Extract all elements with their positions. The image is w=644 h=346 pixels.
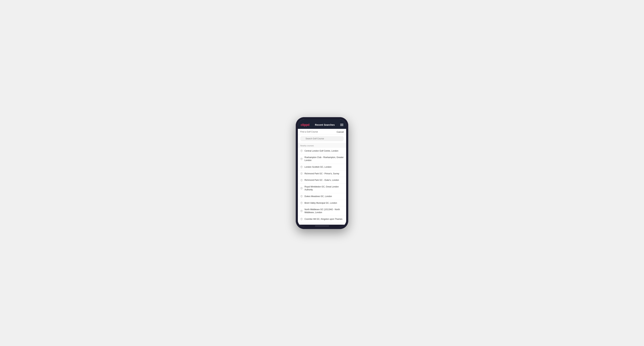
course-name: Coombe Hill GC, Kingston upon Thames bbox=[304, 218, 342, 221]
svg-point-2 bbox=[301, 167, 302, 167]
status-bar bbox=[298, 119, 346, 122]
list-item[interactable]: North Middlesex GC (1011942 - North Midd… bbox=[298, 206, 346, 216]
course-name: Roehampton Club - Roehampton, Greater Lo… bbox=[304, 156, 344, 162]
search-input[interactable] bbox=[300, 136, 344, 141]
search-box-container: 🔍 bbox=[298, 135, 346, 143]
hamburger-line-3 bbox=[340, 126, 343, 126]
home-indicator bbox=[298, 225, 346, 227]
app-header: clippd Recent Searches bbox=[298, 122, 346, 129]
list-item[interactable]: Brent Valley Municipal GC, London bbox=[298, 200, 346, 206]
nearby-label: Nearby courses bbox=[298, 143, 346, 148]
hamburger-line-2 bbox=[340, 125, 343, 125]
search-box-wrapper: 🔍 bbox=[300, 136, 344, 141]
course-name: Royal Wimbledon GC, Great London Authori… bbox=[304, 185, 344, 191]
svg-point-1 bbox=[301, 159, 302, 159]
svg-point-5 bbox=[301, 188, 302, 188]
list-item[interactable]: Dukes Meadows GC, London bbox=[298, 193, 346, 200]
nearby-section: Nearby courses Central London Golf Centr… bbox=[298, 143, 346, 225]
hamburger-line-1 bbox=[340, 124, 343, 124]
list-item[interactable]: London Scottish GC, London bbox=[298, 164, 346, 171]
location-pin-icon bbox=[300, 150, 303, 152]
svg-point-3 bbox=[301, 173, 302, 174]
location-pin-icon bbox=[300, 187, 303, 189]
course-name: London Scottish GC, London bbox=[304, 166, 332, 169]
home-bar bbox=[315, 226, 329, 226]
content-area: Find a Golf Course Cancel 🔍 Nearby cours… bbox=[298, 129, 346, 225]
list-item[interactable]: Richmond Park GC - Prince's, Surrey bbox=[298, 171, 346, 177]
app-logo: clippd bbox=[301, 123, 310, 127]
phone-frame: clippd Recent Searches Find a Golf Cours… bbox=[296, 117, 348, 229]
location-pin-icon bbox=[300, 218, 303, 220]
course-name: North Middlesex GC (1011942 - North Midd… bbox=[304, 208, 344, 214]
course-name: Central London Golf Centre, London bbox=[304, 150, 338, 153]
svg-point-9 bbox=[301, 219, 302, 219]
location-pin-icon bbox=[300, 158, 303, 160]
course-name: Brent Valley Municipal GC, London bbox=[304, 202, 337, 204]
phone-screen: clippd Recent Searches Find a Golf Cours… bbox=[298, 119, 346, 227]
svg-point-8 bbox=[301, 210, 302, 211]
svg-point-4 bbox=[301, 180, 302, 180]
location-pin-icon bbox=[300, 173, 303, 175]
svg-point-0 bbox=[301, 150, 302, 151]
list-item[interactable]: Central London Golf Centre, London bbox=[298, 148, 346, 154]
course-name: Dukes Meadows GC, London bbox=[304, 195, 332, 198]
location-pin-icon bbox=[300, 179, 303, 181]
hamburger-icon[interactable] bbox=[340, 124, 343, 126]
list-item[interactable]: Roehampton Club - Roehampton, Greater Lo… bbox=[298, 154, 346, 164]
course-name: Richmond Park GC - Duke's, London bbox=[304, 179, 339, 182]
course-name: Richmond Park GC - Prince's, Surrey bbox=[304, 172, 339, 175]
svg-point-7 bbox=[301, 202, 302, 203]
cancel-button[interactable]: Cancel bbox=[337, 131, 344, 133]
svg-point-6 bbox=[301, 196, 302, 196]
list-item[interactable]: Coombe Hill GC, Kingston upon Thames bbox=[298, 216, 346, 223]
location-pin-icon bbox=[300, 166, 303, 168]
search-header: Find a Golf Course Cancel bbox=[298, 129, 346, 135]
find-label: Find a Golf Course bbox=[300, 131, 318, 133]
location-pin-icon bbox=[300, 210, 303, 212]
location-pin-icon bbox=[300, 202, 303, 204]
list-item[interactable]: Richmond Park GC - Duke's, London bbox=[298, 177, 346, 183]
header-title: Recent Searches bbox=[315, 123, 335, 126]
list-item[interactable]: Royal Wimbledon GC, Great London Authori… bbox=[298, 183, 346, 193]
location-pin-icon bbox=[300, 195, 303, 197]
